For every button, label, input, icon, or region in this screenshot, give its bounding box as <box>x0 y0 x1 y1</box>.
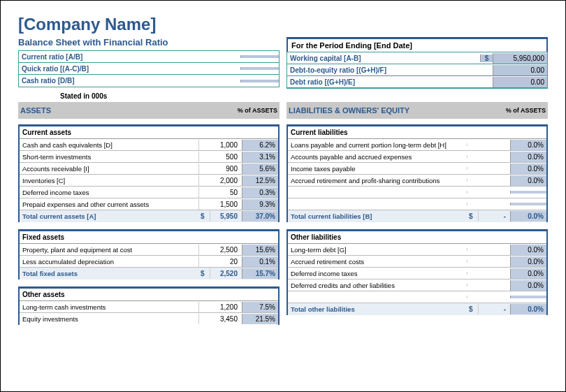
row-label: Short-term investments <box>20 152 198 162</box>
empty-row <box>288 187 546 198</box>
assets-title: ASSETS <box>18 106 227 115</box>
table-row: Deferred credits and other liabilities0.… <box>288 280 546 291</box>
main-content: Current assetsCash and cash equivalents … <box>18 124 548 332</box>
table-row: Income taxes payable0.0% <box>288 163 546 175</box>
total-value: 2,520 <box>210 268 242 279</box>
ratio-label: Quick ratio [(A-C)/B] <box>19 64 240 74</box>
row-pct: 0.0% <box>510 280 546 291</box>
table-row: Equity investments3,45021.5% <box>20 313 278 325</box>
ratio-value <box>240 67 279 70</box>
row-label: Less accumulated depreciation <box>20 256 198 267</box>
ratio-label: Debt-to-equity ratio [(G+H)/F] <box>287 65 480 75</box>
row-value: 900 <box>198 164 242 174</box>
total-row: Total current assets [A]$5,95037.0% <box>20 210 278 222</box>
block-header: Other liabilities <box>288 231 546 244</box>
block-header: Current assets <box>20 126 278 139</box>
row-pct: 0.0% <box>510 268 546 279</box>
table-row: Cash and cash equivalents [D]1,0006.2% <box>20 139 278 151</box>
liab-pct-label: % of ASSETS <box>495 107 548 114</box>
row-label: Accounts receivable [I] <box>20 164 198 174</box>
row-label: Accrued retirement costs <box>288 256 467 267</box>
data-block: Current liabilitiesLoans payable and cur… <box>286 124 548 222</box>
row-value: 1,500 <box>198 199 242 210</box>
stated-in: Stated in 000s <box>18 90 548 102</box>
row-value: 1,200 <box>198 302 242 312</box>
total-pct: 15.7% <box>242 268 278 279</box>
row-label: Accounts payable and accrued expenses <box>288 152 467 162</box>
row-value <box>467 272 510 275</box>
ratio-value <box>240 80 279 82</box>
row-value <box>467 284 510 286</box>
total-label: Total current assets [A] <box>20 211 198 222</box>
row-value: 50 <box>198 187 242 198</box>
total-value: 5,950 <box>210 211 242 222</box>
top-section: Balance Sheet with Financial Ratio Curre… <box>18 37 548 89</box>
dollar-sign: $ <box>198 270 210 277</box>
table-row: Loans payable and current portion long-t… <box>288 139 546 151</box>
row-value <box>467 143 510 146</box>
row-value <box>467 167 510 170</box>
liabilities-column: Current liabilitiesLoans payable and cur… <box>286 124 548 332</box>
row-pct: 0.0% <box>510 245 546 255</box>
row-label: Long-term cash investments <box>20 302 198 312</box>
table-row: Deferred income taxes500.3% <box>20 187 278 198</box>
row-label: Deferred income taxes <box>288 268 467 279</box>
assets-header: ASSETS % of ASSETS <box>18 102 280 119</box>
row-pct: 9.3% <box>242 199 278 210</box>
row-label: Property, plant and equipment at cost <box>20 245 198 255</box>
row-value: 2,000 <box>198 175 242 186</box>
row-pct: 3.1% <box>242 152 278 162</box>
row-value <box>467 155 510 158</box>
row-pct: 5.6% <box>242 164 278 174</box>
table-row: Property, plant and equipment at cost2,5… <box>20 244 278 256</box>
table-row: Prepaid expenses and other current asset… <box>20 198 278 210</box>
total-value: - <box>478 211 510 222</box>
liab-title: LIABILITIES & OWNERS' EQUITY <box>286 106 495 115</box>
table-row: Accrued retirement costs0.0% <box>288 256 546 268</box>
table-row: Deferred income taxes0.0% <box>288 268 546 280</box>
row-label: Inventories [C] <box>20 175 198 186</box>
row-value: 2,500 <box>198 245 242 255</box>
row-value: 500 <box>198 152 242 162</box>
row-label: Accrued retirement and profit-sharing co… <box>288 175 467 186</box>
ratio-value: 0.00 <box>493 65 547 75</box>
company-title: [Company Name] <box>18 15 548 34</box>
dollar-sign: $ <box>467 212 478 220</box>
total-label: Total current liabilities [B] <box>288 211 467 222</box>
dollar-sign: $ <box>480 55 493 62</box>
empty-row <box>288 198 546 210</box>
total-pct: 0.0% <box>510 211 546 222</box>
data-block: Fixed assetsProperty, plant and equipmen… <box>18 229 280 280</box>
ratios-left-box: Current ratio [A/B]Quick ratio [(A-C)/B]… <box>18 50 280 87</box>
period-header: For the Period Ending [End Date] <box>286 37 548 52</box>
ratios-right-box: Working capital [A-B]$5,950,000Debt-to-e… <box>286 52 548 89</box>
row-pct: 0.0% <box>510 152 546 162</box>
row-pct: 0.0% <box>510 175 546 186</box>
row-pct: 21.5% <box>242 314 278 324</box>
ratio-label: Current ratio [A/B] <box>19 52 240 62</box>
block-header: Current liabilities <box>288 126 546 139</box>
row-value <box>467 179 510 182</box>
total-label: Total fixed assets <box>20 268 198 279</box>
table-row: Inventories [C]2,00012.5% <box>20 175 278 187</box>
ratio-row: Debt ratio [(G+H)/E]0.00 <box>287 76 547 88</box>
row-pct: 6.2% <box>242 140 278 150</box>
block-header: Fixed assets <box>20 231 278 244</box>
table-row: Accounts payable and accrued expenses0.0… <box>288 151 546 163</box>
total-value: - <box>478 304 510 314</box>
ratio-row: Working capital [A-B]$5,950,000 <box>287 52 547 64</box>
row-pct: 0.3% <box>242 187 278 198</box>
row-label: Long-term debt [G] <box>288 245 467 255</box>
row-value: 1,000 <box>198 140 242 150</box>
block-header: Other assets <box>20 289 278 301</box>
table-row: Accounts receivable [I]9005.6% <box>20 163 278 175</box>
ratio-label: Cash ratio [D/B] <box>19 75 240 86</box>
ratio-value: 0.00 <box>493 77 547 87</box>
empty-row <box>288 291 546 303</box>
data-block: Other assetsLong-term cash investments1,… <box>18 286 280 325</box>
assets-column: Current assetsCash and cash equivalents … <box>18 124 280 332</box>
row-label: Deferred income taxes <box>20 187 198 198</box>
table-row: Short-term investments5003.1% <box>20 151 278 163</box>
subtitle: Balance Sheet with Financial Ratio <box>18 37 280 48</box>
row-pct: 0.0% <box>510 164 546 174</box>
